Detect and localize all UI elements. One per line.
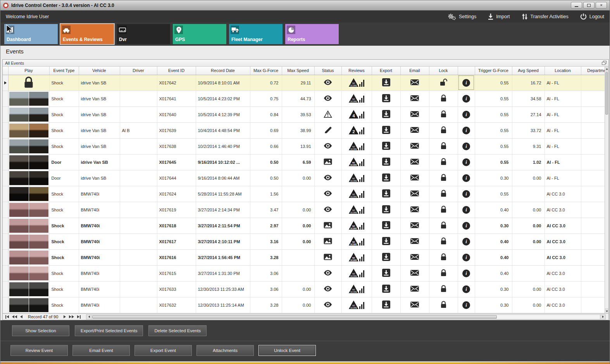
table-row[interactable]: Shockidrive Van SBX01764010/5/2014 4:12:… [3, 106, 608, 122]
info-cell[interactable]: i [458, 202, 475, 218]
prev-page-button[interactable] [10, 314, 19, 320]
play-cell[interactable] [8, 297, 49, 313]
email-cell[interactable] [400, 313, 429, 313]
snapshot-status-icon[interactable] [314, 218, 341, 234]
email-cell[interactable] [400, 186, 429, 202]
export-print-selected-button[interactable]: Export/Print Selected Events [75, 325, 143, 336]
column-header[interactable]: Status [314, 67, 341, 75]
email-cell[interactable] [400, 218, 429, 234]
export-cell[interactable] [372, 75, 400, 91]
nav-tile-dashboard[interactable]: Dashboard [4, 24, 58, 44]
info-cell[interactable]: i [458, 186, 475, 202]
info-cell[interactable]: i [458, 297, 475, 313]
event-thumbnail[interactable] [9, 139, 48, 153]
reviews-cell[interactable]: NOSCORE [341, 281, 372, 297]
column-header[interactable]: Location [545, 67, 581, 75]
lock-cell[interactable] [429, 106, 458, 122]
play-cell[interactable] [8, 138, 49, 154]
eye-status-icon[interactable] [314, 281, 341, 297]
event-thumbnail[interactable] [9, 155, 48, 169]
reviews-cell[interactable]: NOSCORE [341, 202, 372, 218]
info-cell[interactable]: i [458, 154, 475, 170]
info-cell[interactable]: i [458, 75, 475, 91]
eye-status-icon[interactable] [314, 313, 341, 313]
column-header[interactable]: Lock [429, 67, 458, 75]
lock-cell[interactable] [429, 186, 458, 202]
play-cell[interactable] [8, 170, 49, 186]
event-thumbnail[interactable] [9, 298, 48, 312]
logout-button[interactable]: Logout [580, 13, 604, 20]
vertical-scrollbar[interactable] [605, 67, 608, 313]
lock-cell[interactable] [429, 202, 458, 218]
event-thumbnail[interactable] [9, 219, 48, 233]
play-cell[interactable] [8, 265, 49, 281]
event-thumbnail[interactable] [9, 187, 48, 201]
table-row[interactable]: ShockBMW740iX0176173/27/2014 2:10:11 PM3… [3, 234, 608, 249]
email-cell[interactable] [400, 265, 429, 281]
table-row[interactable]: ShockBMW740iX01763212/30/2013 11:25:14 A… [3, 297, 608, 313]
reviews-cell[interactable]: NOSCORE [341, 91, 372, 106]
attachments-button[interactable]: Attachments [196, 345, 254, 356]
table-row[interactable]: Shockidrive Van SBAl BX01763910/4/2014 4… [3, 122, 608, 138]
table-row[interactable]: ShockBMW740iX0176245/28/2014 11:55:28 AM… [3, 186, 608, 202]
play-cell[interactable] [8, 234, 49, 249]
export-cell[interactable] [372, 154, 400, 170]
eye-status-icon[interactable] [314, 170, 341, 186]
email-cell[interactable] [400, 281, 429, 297]
table-row[interactable]: ShockBMW740iX0176193/27/2014 2:14:34 PM3… [3, 202, 608, 218]
snapshot-status-icon[interactable] [314, 154, 341, 170]
info-cell[interactable]: i [458, 170, 475, 186]
reviews-cell[interactable]: NOSCORE [341, 170, 372, 186]
lock-cell[interactable] [429, 75, 458, 91]
lock-cell[interactable] [429, 218, 458, 234]
transfer-activities-button[interactable]: Transfer Activities [522, 14, 569, 20]
reviews-cell[interactable]: 4 [341, 106, 372, 122]
column-header[interactable]: Export [372, 67, 400, 75]
info-cell[interactable]: i [458, 218, 475, 234]
edit-status-icon[interactable] [314, 122, 341, 138]
nav-tile-dvr[interactable]: Dvr [117, 24, 170, 44]
play-cell[interactable] [8, 313, 49, 313]
play-cell[interactable] [8, 281, 49, 297]
minimize-button[interactable] [571, 2, 582, 9]
lock-cell[interactable] [429, 138, 458, 154]
import-button[interactable]: Import [488, 14, 510, 20]
eye-status-icon[interactable] [314, 265, 341, 281]
lock-cell[interactable] [429, 265, 458, 281]
export-cell[interactable] [372, 170, 400, 186]
email-cell[interactable] [400, 75, 429, 91]
warning-status-icon[interactable] [314, 106, 341, 122]
nav-tile-reports[interactable]: Reports [285, 24, 339, 44]
eye-status-icon[interactable] [314, 186, 341, 202]
lock-cell[interactable] [429, 91, 458, 106]
column-header[interactable]: Play [8, 67, 49, 75]
scroll-right-button[interactable] [600, 315, 605, 319]
reviews-cell[interactable]: NOSCORE [341, 249, 372, 265]
play-cell[interactable] [8, 122, 49, 138]
info-cell[interactable]: i [458, 281, 475, 297]
export-cell[interactable] [372, 313, 400, 313]
event-thumbnail[interactable] [9, 92, 48, 106]
email-cell[interactable] [400, 297, 429, 313]
column-header[interactable]: Event ID [157, 67, 196, 75]
nav-tile-events[interactable]: Events & Reviews [60, 24, 114, 44]
table-row[interactable]: Dooridrive Van SBX0176449/16/2014 8:06:4… [3, 170, 608, 186]
export-cell[interactable] [372, 218, 400, 234]
column-header[interactable]: Email [400, 67, 429, 75]
email-event-button[interactable]: Email Event [72, 345, 130, 356]
horizontal-scrollbar[interactable] [86, 314, 606, 319]
vertical-scrollbar-thumb[interactable] [605, 72, 608, 115]
lock-cell[interactable] [429, 313, 458, 313]
eye-status-icon[interactable] [314, 202, 341, 218]
table-row[interactable]: ShockBMW740iX01763312/30/2013 11:25:33 A… [3, 281, 608, 297]
reviews-cell[interactable]: NOSCORE [341, 186, 372, 202]
info-cell[interactable]: i [458, 122, 475, 138]
expand-panel-icon[interactable] [602, 61, 607, 66]
info-cell[interactable]: i [458, 265, 475, 281]
export-cell[interactable] [372, 122, 400, 138]
export-cell[interactable] [372, 202, 400, 218]
play-cell[interactable] [8, 249, 49, 265]
nav-tile-fleet[interactable]: Fleet Manager [229, 24, 283, 44]
event-thumbnail[interactable] [9, 235, 48, 249]
play-cell[interactable] [8, 75, 49, 91]
